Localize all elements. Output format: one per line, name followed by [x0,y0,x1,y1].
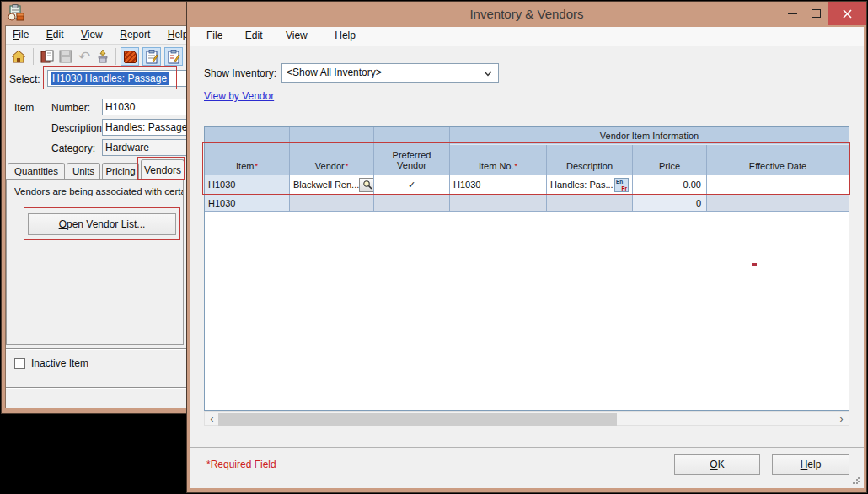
category-field[interactable]: Hardware [102,139,188,156]
horizontal-scrollbar[interactable]: ‹ › [204,411,849,426]
close-button[interactable] [828,2,866,25]
save-icon[interactable] [56,47,75,66]
scrollbar-thumb[interactable] [218,413,617,426]
table-group-header-row: Vendor Item Information [205,127,849,145]
category-label: Category: [51,142,95,154]
maximize-button[interactable] [805,2,827,25]
assembly-clipboard-icon[interactable] [164,47,183,66]
menu-help[interactable]: Help [328,27,362,44]
col-header-effective-date[interactable]: Effective Date [707,145,849,175]
tab-pricing[interactable]: Pricing [102,163,139,180]
select-input-value: H1030 Handles: Passage [51,72,169,85]
table-header-row: Item* Vendor* Preferred Vendor Item No.*… [205,145,849,175]
col-header-item[interactable]: Item* [205,145,290,175]
view-by-vendor-link[interactable]: View by Vendor [204,90,274,102]
scroll-right-arrow[interactable]: › [834,412,849,425]
menu-edit[interactable]: Edit [238,27,270,44]
select-input[interactable]: H1030 Handles: Passage [47,70,188,87]
show-inventory-label: Show Inventory: [204,67,276,79]
ok-button[interactable]: OK [674,454,760,475]
required-field-note: *Required Field [206,459,276,470]
item-group-label: Item [14,102,34,114]
vendors-window-body: File Edit View Help Show Inventory: <Sho… [190,27,864,488]
col-header-vendor[interactable]: Vendor* [290,145,374,175]
inventory-icon[interactable] [121,47,139,66]
cell-effective-date[interactable] [707,195,849,211]
inactive-item-checkbox[interactable] [14,358,25,369]
show-inventory-value: <Show All Inventory> [287,67,382,78]
cell-description[interactable]: Handles: Pas... EnFr [547,175,633,194]
group-header-label: Vendor Item Information [450,127,849,145]
open-vendor-list-button[interactable]: Open Vendor List... [28,213,176,235]
app-icon [8,4,26,23]
resize-grip[interactable] [852,476,860,485]
window-title: Inventory & Vendors [187,7,866,21]
col-header-item-no[interactable]: Item No.* [450,145,547,175]
vendors-window-titlebar[interactable]: Inventory & Vendors [187,2,866,27]
description-label: Description: [51,122,104,134]
menu-view[interactable]: View [279,27,314,44]
vendors-panel-text: Vendors are being associated with certai [14,186,183,196]
scroll-left-arrow[interactable]: ‹ [205,412,219,425]
tasks-clipboard-icon[interactable] [142,47,161,66]
journal-icon[interactable] [38,47,56,66]
cell-vendor[interactable]: Blackwell Ren... [290,175,374,194]
cell-item-no[interactable] [450,195,547,211]
cell-effective-date[interactable] [707,175,849,194]
menu-report[interactable]: Report [113,26,157,43]
item-window-toolbar: ↶ [6,45,187,70]
table-row[interactable]: H1030 0 [205,195,849,212]
cell-preferred-vendor[interactable] [374,195,450,211]
cell-item[interactable]: H1030 [205,195,290,211]
delete-icon[interactable] [94,47,112,66]
magnifier-icon [362,180,372,190]
item-window-body: File Edit View Report Help ↶ [5,25,187,408]
annotation-red-mark [752,263,757,266]
col-header-preferred-vendor[interactable]: Preferred Vendor [374,145,450,175]
inventory-vendors-window: Inventory & Vendors File Edit View Help … [187,2,866,492]
item-window-titlebar[interactable] [2,2,187,25]
table-row[interactable]: H1030 Blackwell Ren... ✓ H1030 Handles: … [205,175,849,195]
cell-item[interactable]: H1030 [205,175,290,194]
cell-description[interactable] [547,195,633,211]
menu-view[interactable]: View [74,26,110,43]
select-label: Select: [9,73,40,85]
cell-item-no[interactable]: H1030 [450,175,547,194]
divider [6,387,188,389]
chevron-down-icon [484,71,492,77]
desktop: File Edit View Report Help ↶ [0,0,868,494]
tab-units[interactable]: Units [67,163,100,180]
toolbar-separator [33,48,34,65]
vendors-window-menubar: File Edit View Help [190,27,864,46]
cell-price[interactable]: 0 [633,195,707,211]
divider [190,447,864,448]
vendors-tab-panel: Vendors are being associated with certai… [6,179,184,345]
cell-price[interactable]: 0.00 [633,175,707,194]
menu-file[interactable]: File [6,26,35,43]
undo-icon[interactable]: ↶ [75,47,94,66]
number-input[interactable]: H1030 [102,99,188,115]
col-header-description[interactable]: Description [547,145,633,175]
menu-edit[interactable]: Edit [40,26,71,43]
tab-vendors[interactable]: Vendors [141,159,185,180]
divider [6,348,188,350]
vendor-lookup-button[interactable] [359,178,374,192]
cell-preferred-vendor[interactable]: ✓ [374,175,450,194]
cell-vendor[interactable] [290,195,374,211]
minimize-button[interactable] [781,2,803,25]
col-header-price[interactable]: Price [633,145,707,175]
description-input[interactable]: Handles: Passage [102,119,188,136]
toolbar-separator [115,48,116,65]
menu-file[interactable]: File [200,27,229,44]
number-label: Number: [51,102,90,114]
item-maintenance-window: File Edit View Report Help ↶ [2,2,187,413]
home-icon[interactable] [9,47,28,66]
item-window-menubar: File Edit View Report Help [6,26,187,45]
inactive-item-label: Inactive Item [31,357,88,369]
tab-quantities[interactable]: Quantities [8,163,65,180]
language-toggle-button[interactable]: EnFr [614,178,629,192]
show-inventory-dropdown[interactable]: <Show All Inventory> [281,63,499,83]
help-button[interactable]: Help [772,454,849,475]
vendor-item-table: Vendor Item Information Item* Vendor* Pr… [204,126,849,411]
